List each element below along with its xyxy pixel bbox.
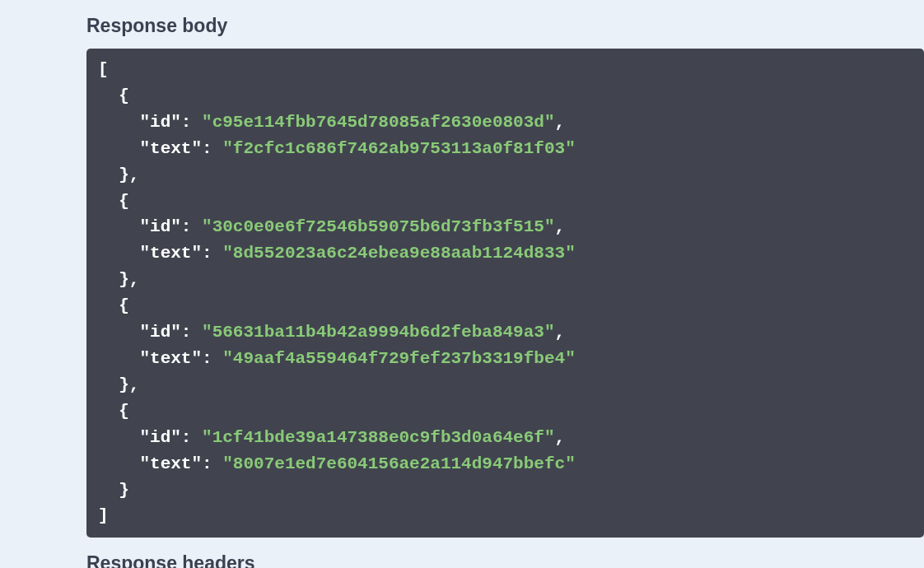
response-body-code[interactable]: [ { "id": "c95e114fbb7645d78085af2630e08…: [86, 49, 924, 538]
response-body-title: Response body: [86, 15, 924, 37]
response-headers-title: Response headers: [86, 552, 924, 568]
response-container: Response body [ { "id": "c95e114fbb7645d…: [0, 0, 924, 568]
